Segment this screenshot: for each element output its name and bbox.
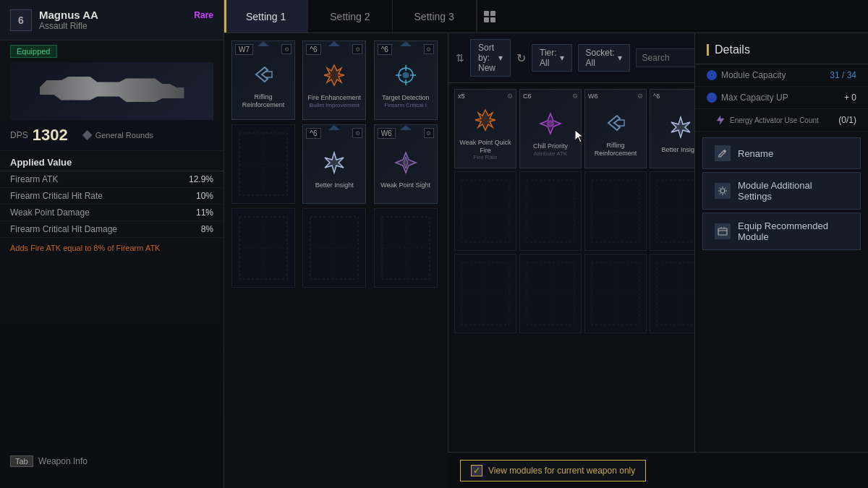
module-icon-area	[390, 147, 422, 179]
socket-filter[interactable]: Socket: All ▾	[578, 44, 630, 72]
search-input[interactable]	[642, 53, 694, 63]
stat-row: Firearm Critical Hit Damage8%	[0, 221, 224, 238]
checkbox-label: View modules for current weapon only	[488, 466, 635, 476]
module-slot[interactable]	[231, 124, 295, 204]
module-slot[interactable]: W6⚙Weak Point Sight	[374, 124, 438, 204]
inventory-slot[interactable]: ^6⚙x3Better Insight	[650, 89, 694, 168]
grid-icon	[483, 10, 496, 23]
module-slots-section: W7⚙Rifling Reinforcement^6⚙Fire Enhancem…	[224, 33, 448, 452]
inventory-slot[interactable]	[454, 171, 516, 251]
empty-slot-icon	[380, 215, 431, 281]
empty-inv-slot-icon	[460, 261, 511, 326]
empty-inv-slot-icon	[525, 261, 576, 326]
inventory-slot[interactable]	[650, 171, 694, 251]
max-capacity-label: Max Capacity UP	[707, 93, 788, 103]
module-slot[interactable]	[302, 208, 366, 288]
slot-arrow-up-icon	[400, 41, 412, 46]
tab-setting1[interactable]: Setting 1	[224, 0, 308, 33]
module-settings-button[interactable]: Module Additional Settings	[702, 172, 861, 210]
stat-name: Firearm ATK	[10, 174, 58, 184]
inv-item-type: Fire Rate	[474, 154, 498, 160]
module-capacity-value: 31 / 34	[830, 70, 856, 80]
module-slot[interactable]: ^6⚙Fire EnhancementBullet Improvement	[302, 40, 366, 120]
stat-name: Firearm Critical Hit Damage	[10, 224, 117, 234]
sort-chevron-icon: ▾	[498, 53, 503, 63]
inventory-slot[interactable]	[650, 254, 694, 333]
ammo-icon	[82, 130, 93, 140]
inventory-grid: x5⚙Weak Point Quick FireFire RateC6⚙Chil…	[448, 83, 694, 452]
ammo-type: General Rounds	[82, 130, 153, 140]
inventory-slot[interactable]: W6⚙Rifling Reinforcement	[584, 89, 647, 168]
svg-rect-2	[484, 17, 489, 22]
slot-settings-icon: ⚙	[281, 44, 292, 54]
weapon-info: Magnus AA Rare Assault Rifle	[39, 9, 213, 31]
rename-label: Rename	[738, 148, 773, 159]
module-icon-area	[247, 59, 279, 90]
module-icon-area	[318, 147, 350, 179]
inventory-slot[interactable]	[584, 171, 647, 251]
equip-recommended-button[interactable]: Equip Recommended Module	[702, 213, 861, 250]
tier-label: Tier: All	[540, 48, 557, 68]
slot-level-badge: ^6	[378, 44, 392, 55]
action-buttons: Rename Module Additional Settings	[695, 137, 868, 250]
module-slot-name: Rifling Reinforcement	[232, 93, 294, 109]
inventory-slot[interactable]: x5⚙Weak Point Quick FireFire Rate	[454, 89, 516, 168]
left-panel: 6 Magnus AA Rare Assault Rifle Equipped …	[0, 0, 224, 488]
refresh-icon[interactable]: ↻	[516, 51, 526, 65]
equipped-badge: Equipped	[10, 45, 57, 58]
inv-item-name: Weak Point Quick Fire	[455, 139, 516, 155]
sort-filter[interactable]: Sort by: New ▾	[470, 39, 511, 77]
module-slot[interactable]	[231, 208, 295, 288]
slot-settings-icon: ⚙	[424, 44, 434, 54]
module-slot-name: Target Detection	[379, 94, 433, 102]
rename-button[interactable]: Rename	[702, 137, 861, 169]
inv-item-name: Chill Priority	[530, 142, 571, 150]
inventory-slot[interactable]	[454, 254, 516, 333]
energy-row: Energy Activator Use Count (0/1)	[695, 109, 868, 132]
tier-chevron-icon: ▾	[560, 53, 564, 63]
ammo-label: General Rounds	[95, 131, 153, 140]
inventory-slot[interactable]	[519, 254, 582, 333]
stat-value: 8%	[201, 224, 213, 234]
inventory-slot[interactable]: C6⚙Chill PriorityAttribute ATK	[519, 89, 582, 168]
equip-recommended-icon	[715, 223, 731, 239]
stat-row: Firearm Critical Hit Rate10%	[0, 188, 224, 205]
equip-recommended-label: Equip Recommended Module	[738, 221, 848, 242]
view-current-weapon-toggle[interactable]: ✓ View modules for current weapon only	[460, 460, 646, 481]
inventory-slot[interactable]	[584, 254, 647, 333]
weapon-name: Magnus AA	[39, 9, 98, 21]
tab-setting3[interactable]: Setting 3	[393, 0, 477, 33]
module-capacity-row: Module Capacity 31 / 34	[695, 64, 868, 87]
module-slot-name: Weak Point Sight	[378, 181, 433, 189]
stat-value: 10%	[196, 191, 213, 201]
svg-point-18	[548, 121, 553, 127]
rename-icon	[715, 145, 731, 161]
slot-level-badge: W6	[378, 128, 396, 139]
tab-grid-view[interactable]	[477, 0, 503, 33]
checkmark-icon: ✓	[473, 466, 480, 476]
tab-setting2[interactable]: Setting 2	[308, 0, 392, 33]
slot-level-badge: ^6	[306, 44, 320, 55]
module-slot[interactable]	[374, 208, 438, 288]
checkbox[interactable]: ✓	[471, 465, 482, 476]
module-slot[interactable]: ^6⚙Target DetectionFirearm Critical I	[374, 40, 438, 120]
module-settings-label: Module Additional Settings	[738, 180, 848, 202]
stat-name: Weak Point Damage	[10, 207, 90, 218]
search-box[interactable]: 🔍	[636, 48, 694, 67]
module-slot[interactable]: W7⚙Rifling Reinforcement	[231, 40, 295, 120]
module-slot[interactable]: ^6⚙Better Insight	[302, 124, 366, 204]
max-capacity-row: Max Capacity UP + 0	[695, 87, 868, 109]
tier-filter[interactable]: Tier: All ▾	[532, 44, 572, 72]
inv-item-name: Better Insight	[658, 146, 694, 154]
weapon-type: Assault Rifle	[39, 21, 213, 31]
empty-inv-slot-icon	[655, 261, 694, 326]
sort-label: Sort by: New	[478, 43, 495, 73]
empty-slot-icon	[309, 215, 359, 281]
slot-arrow-up-icon	[328, 41, 340, 46]
stat-value: 11%	[196, 207, 213, 218]
slot-level-badge: ^6	[306, 128, 320, 139]
inventory-slot[interactable]	[519, 171, 582, 251]
inv-settings-icon: ⚙	[507, 93, 513, 100]
inv-icon-area	[535, 108, 566, 140]
tab-key[interactable]: Tab	[10, 455, 33, 467]
